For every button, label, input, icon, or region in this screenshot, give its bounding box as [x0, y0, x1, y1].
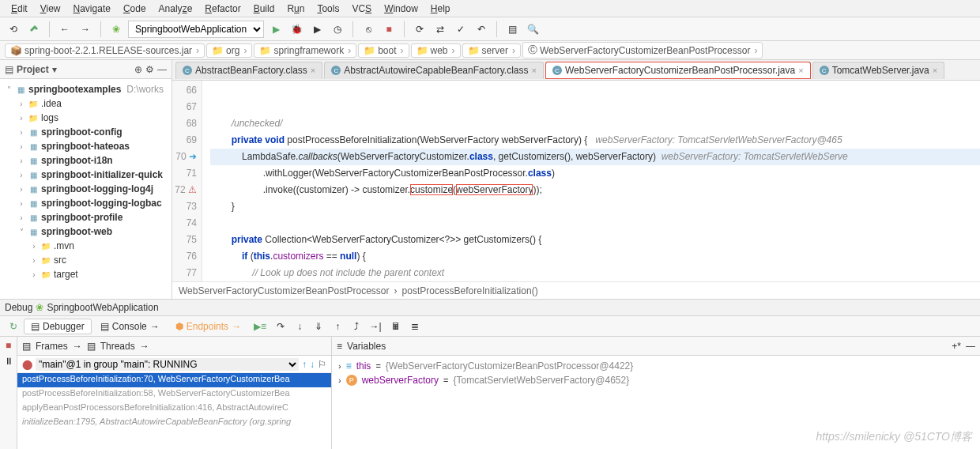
endpoints-tab[interactable]: ⬢ Endpoints → — [168, 319, 248, 334]
tree-item[interactable]: ›▦springboot-logging-logbac — [0, 196, 172, 210]
resume-icon[interactable]: ▶≡ — [251, 318, 269, 335]
run-icon[interactable]: ▶ — [267, 21, 285, 38]
breadcrumb-item[interactable]: 📁server› — [462, 43, 521, 58]
evaluate-icon[interactable]: 🖩 — [387, 318, 405, 335]
breadcrumb-item[interactable]: 📁org› — [206, 43, 252, 58]
forward-icon[interactable]: → — [77, 21, 94, 38]
history-icon[interactable]: ↶ — [473, 21, 490, 38]
project-tool-header[interactable]: ▤Project▾ ⊕⚙— — [0, 60, 172, 79]
variable-row[interactable]: › P webServerFactory = {TomcatServletWeb… — [338, 373, 974, 387]
step-over-icon[interactable]: ↷ — [272, 318, 289, 335]
debug-window-header[interactable]: Debug❀SpringbootWebApplication — [0, 299, 980, 316]
menu-window[interactable]: Window — [378, 2, 424, 16]
tree-item[interactable]: ˅▦springbootexamplesD:\works — [0, 82, 172, 96]
tree-item[interactable]: ˅▦springboot-web — [0, 224, 172, 239]
menu-analyze[interactable]: Analyze — [153, 2, 199, 16]
menu-navigate[interactable]: Navigate — [67, 2, 117, 16]
tree-item[interactable]: ›▦springboot-profile — [0, 210, 172, 224]
nav-breadcrumb: 📦spring-boot-2.2.1.RELEASE-sources.jar›📁… — [0, 41, 980, 60]
close-icon[interactable]: × — [798, 66, 803, 75]
frames-list[interactable]: postProcessBeforeInitialization:70, WebS… — [17, 373, 331, 449]
breadcrumb-item[interactable]: 📁web› — [411, 43, 461, 58]
stack-frame[interactable]: applyBeanPostProcessorsBeforeInitializat… — [17, 402, 331, 416]
menu-tools[interactable]: Tools — [311, 2, 345, 16]
variable-row[interactable]: › ≡ this = {WebServerFactoryCustomizerBe… — [338, 359, 974, 373]
back-icon[interactable]: ← — [56, 21, 74, 38]
threads-label: Threads — [100, 341, 135, 352]
project-sidebar: ▤Project▾ ⊕⚙— ˅▦springbootexamplesD:\wor… — [0, 60, 172, 299]
menu-bar: Edit View Navigate Code Analyze Refactor… — [0, 0, 980, 17]
menu-build[interactable]: Build — [247, 2, 281, 16]
attach-icon[interactable]: ⎋ — [360, 21, 377, 38]
run-config-select[interactable]: SpringbootWebApplication — [128, 21, 264, 38]
search-icon[interactable]: 🔍 — [524, 21, 541, 38]
close-icon[interactable]: × — [532, 66, 537, 75]
drop-frame-icon[interactable]: ⤴ — [348, 318, 365, 335]
menu-code[interactable]: Code — [117, 2, 153, 16]
commit-icon[interactable]: ✓ — [452, 21, 469, 38]
watermark: https://smilenicky @51CTO博客 — [816, 430, 972, 444]
tree-item[interactable]: ›📁target — [0, 267, 172, 281]
breadcrumb-item[interactable]: 📁boot› — [358, 43, 409, 58]
tree-item[interactable]: ›📁.mvn — [0, 239, 172, 253]
editor-tab[interactable]: CAbstractBeanFactory.class× — [175, 62, 322, 79]
breadcrumb-item[interactable]: 📦spring-boot-2.2.1.RELEASE-sources.jar› — [5, 43, 205, 58]
editor-tab[interactable]: CAbstractAutowireCapableBeanFactory.clas… — [324, 62, 544, 79]
main-toolbar: ⟲ ← → ❀ SpringbootWebApplication ▶ 🐞 ▶ ◷… — [0, 17, 980, 41]
stack-frame[interactable]: postProcessBeforeInitialization:58, WebS… — [17, 387, 331, 402]
structure-icon[interactable]: ▤ — [503, 21, 521, 38]
editor-tab[interactable]: CTomcatWebServer.java× — [812, 62, 945, 79]
tree-item[interactable]: ›📁src — [0, 253, 172, 267]
run-to-cursor-icon[interactable]: →| — [367, 318, 384, 335]
tree-item[interactable]: ›▦springboot-i18n — [0, 153, 172, 168]
editor-tabs: CAbstractBeanFactory.class×CAbstractAuto… — [172, 60, 980, 81]
debugger-tab[interactable]: ▤ Debugger — [24, 319, 92, 334]
menu-help[interactable]: Help — [424, 2, 457, 16]
code-editor[interactable]: 6667686970 ➜7172 ⚠7374757677 /unchecked/… — [172, 81, 980, 281]
breadcrumb-item[interactable]: ⒸWebServerFactoryCustomizerBeanPostProce… — [522, 42, 763, 58]
menu-edit[interactable]: Edit — [5, 2, 34, 16]
vcs-icon[interactable]: ⇄ — [432, 21, 449, 38]
step-into-icon[interactable]: ↓ — [291, 318, 308, 335]
editor-tab[interactable]: CWebServerFactoryCustomizerBeanPostProce… — [545, 62, 811, 79]
tree-item[interactable]: ›▦springboot-logging-log4j — [0, 182, 172, 196]
frames-panel: ▤Frames→ ▤Threads→ ⬤ "main"@1 in group "… — [17, 337, 332, 449]
tree-item[interactable]: ›▦springboot-initializer-quick — [0, 168, 172, 182]
stop-icon[interactable]: ■ — [6, 340, 11, 351]
tree-item[interactable]: ›📁logs — [0, 111, 172, 125]
rerun-icon[interactable]: ↻ — [5, 318, 22, 335]
editor-breadcrumb[interactable]: WebServerFactoryCustomizerBeanPostProces… — [172, 281, 980, 299]
menu-run[interactable]: Run — [281, 2, 311, 16]
step-out-icon[interactable]: ↑ — [329, 318, 346, 335]
project-tree[interactable]: ˅▦springbootexamplesD:\works›📁.idea›📁log… — [0, 79, 172, 299]
stack-frame[interactable]: initializeBean:1795, AbstractAutowireCap… — [17, 416, 331, 430]
stop-icon[interactable]: ■ — [380, 21, 398, 38]
tree-item[interactable]: ›▦springboot-config — [0, 125, 172, 139]
menu-refactor[interactable]: Refactor — [198, 2, 247, 16]
stack-frame[interactable]: postProcessBeforeInitialization:70, WebS… — [17, 373, 331, 387]
sync-icon[interactable]: ⟲ — [5, 21, 22, 38]
tree-item[interactable]: ›▦springboot-hateoas — [0, 139, 172, 153]
hammer-icon[interactable] — [25, 21, 43, 38]
menu-view[interactable]: View — [34, 2, 67, 16]
add-watch-icon[interactable]: +* — [952, 341, 961, 352]
spring-icon: ❀ — [107, 21, 125, 38]
frames-label: Frames — [36, 341, 68, 352]
close-icon[interactable]: × — [933, 66, 937, 75]
update-icon[interactable]: ⟳ — [411, 21, 428, 38]
debug-toolbar: ↻ ▤ Debugger ▤ Console → ⬢ Endpoints → ▶… — [0, 316, 980, 337]
force-step-into-icon[interactable]: ⇓ — [310, 318, 327, 335]
pause-icon[interactable]: ⏸ — [4, 356, 13, 367]
profile-icon[interactable]: ◷ — [329, 21, 346, 38]
tree-item[interactable]: ›📁.idea — [0, 96, 172, 111]
close-icon[interactable]: × — [311, 66, 315, 75]
thread-selector[interactable]: ⬤ "main"@1 in group "main": RUNNING ↑↓⚐ — [17, 356, 331, 373]
console-tab[interactable]: ▤ Console → — [93, 319, 167, 334]
editor-area: CAbstractBeanFactory.class×CAbstractAuto… — [172, 60, 980, 299]
menu-vcs[interactable]: VCS — [345, 2, 378, 16]
trace-icon[interactable]: ≣ — [406, 318, 424, 335]
breadcrumb-item[interactable]: 📁springframework› — [254, 43, 356, 58]
debug-icon[interactable]: 🐞 — [288, 21, 305, 38]
variables-header: ≡Variables +*— — [332, 337, 980, 356]
coverage-icon[interactable]: ▶ — [308, 21, 326, 38]
